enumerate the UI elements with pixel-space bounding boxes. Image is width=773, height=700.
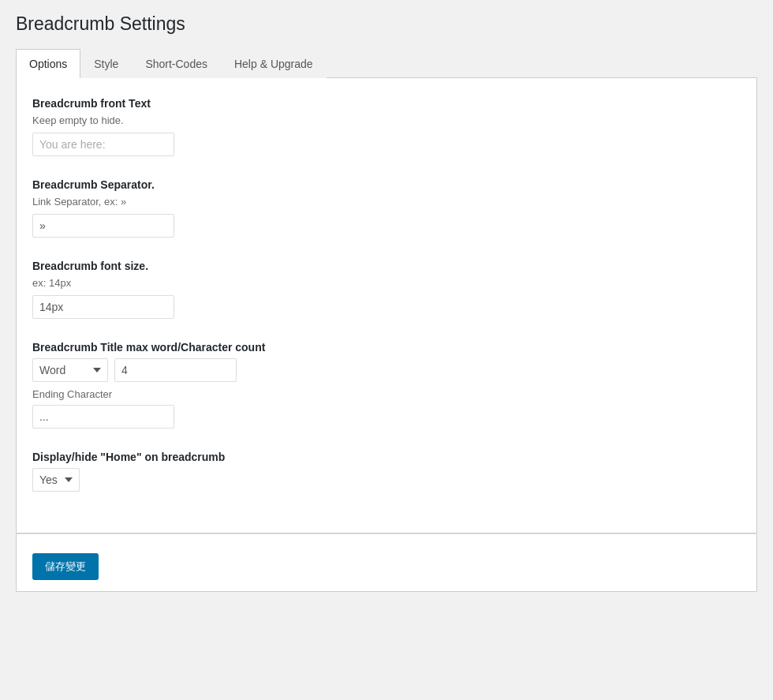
- tab-style[interactable]: Style: [80, 49, 132, 78]
- front-text-input[interactable]: [32, 133, 174, 156]
- front-text-title: Breadcrumb front Text: [32, 97, 741, 110]
- bottom-bar: 儲存變更: [16, 533, 757, 592]
- display-home-select[interactable]: Yes No: [32, 468, 80, 492]
- font-size-input[interactable]: [32, 295, 174, 319]
- separator-input[interactable]: [32, 214, 174, 238]
- tab-shortcodes[interactable]: Short-Codes: [132, 49, 221, 78]
- tab-options[interactable]: Options: [16, 49, 80, 78]
- ending-char-label: Ending Character: [32, 388, 741, 400]
- page-title: Breadcrumb Settings: [16, 13, 757, 36]
- settings-panel: Breadcrumb front Text Keep empty to hide…: [16, 78, 757, 533]
- section-separator: Breadcrumb Separator. Link Separator, ex…: [32, 178, 741, 238]
- font-size-title: Breadcrumb font size.: [32, 260, 741, 272]
- section-title-max-word: Breadcrumb Title max word/Character coun…: [32, 341, 741, 429]
- font-size-desc: ex: 14px: [32, 277, 741, 289]
- title-max-word-title: Breadcrumb Title max word/Character coun…: [32, 341, 741, 354]
- save-button[interactable]: 儲存變更: [32, 553, 99, 580]
- separator-desc: Link Separator, ex: »: [32, 196, 741, 208]
- display-home-title: Display/hide "Home" on breadcrumb: [32, 451, 741, 463]
- word-count-row: Word Character: [32, 358, 741, 382]
- section-font-size: Breadcrumb font size. ex: 14px: [32, 260, 741, 319]
- max-count-input[interactable]: [114, 358, 237, 382]
- tab-navigation: Options Style Short-Codes Help & Upgrade: [16, 49, 757, 78]
- section-front-text: Breadcrumb front Text Keep empty to hide…: [32, 97, 741, 156]
- separator-title: Breadcrumb Separator.: [32, 178, 741, 191]
- ending-char-input[interactable]: [32, 405, 174, 429]
- word-char-select[interactable]: Word Character: [32, 358, 108, 382]
- section-display-home: Display/hide "Home" on breadcrumb Yes No: [32, 451, 741, 492]
- tab-help[interactable]: Help & Upgrade: [221, 49, 327, 78]
- front-text-desc: Keep empty to hide.: [32, 114, 741, 126]
